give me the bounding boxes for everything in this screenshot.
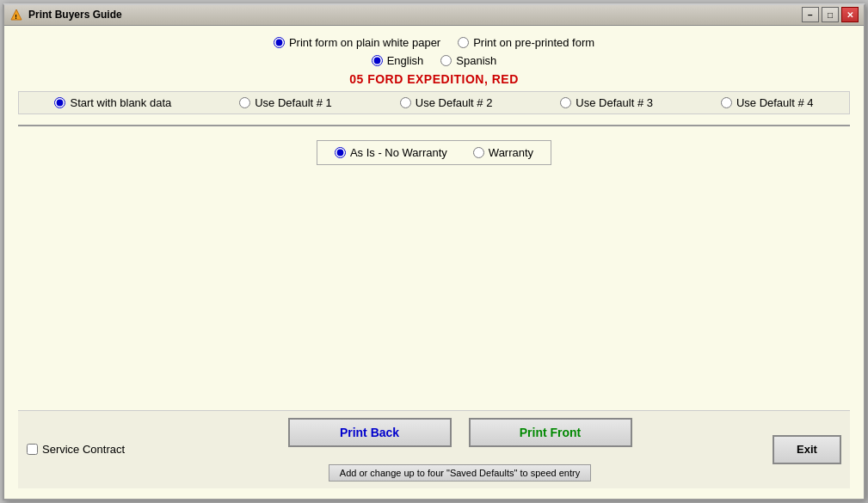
- close-button[interactable]: ✕: [841, 7, 859, 22]
- print-back-button[interactable]: Print Back: [288, 418, 452, 447]
- no-warranty-option[interactable]: As Is - No Warranty: [335, 146, 447, 159]
- no-warranty-radio[interactable]: [335, 147, 346, 158]
- default4-radio[interactable]: [721, 97, 732, 108]
- blank-data-radio[interactable]: [54, 97, 65, 108]
- service-contract-area: Service Contract: [27, 443, 147, 456]
- main-window: ! Print Buyers Guide − □ ✕ Print form on…: [3, 3, 865, 500]
- pre-printed-label: Print on pre-printed form: [473, 36, 594, 49]
- english-option[interactable]: English: [372, 54, 424, 67]
- service-contract-checkbox[interactable]: [27, 444, 38, 455]
- default4-label: Use Default # 4: [736, 96, 814, 109]
- default3-option[interactable]: Use Default # 3: [560, 96, 653, 109]
- pre-printed-option[interactable]: Print on pre-printed form: [458, 36, 594, 49]
- main-area: [18, 165, 850, 410]
- svg-text:!: !: [15, 13, 17, 21]
- default1-option[interactable]: Use Default # 1: [239, 96, 332, 109]
- bottom-bar: Service Contract Print Back Print Front …: [18, 410, 850, 488]
- restore-button[interactable]: □: [822, 7, 839, 22]
- spanish-label: Spanish: [456, 54, 496, 67]
- warranty-box: As Is - No Warranty Warranty: [317, 140, 551, 165]
- service-contract-label: Service Contract: [42, 443, 125, 456]
- window-controls: − □ ✕: [802, 7, 859, 22]
- plain-white-radio[interactable]: [274, 37, 285, 48]
- section-divider: [18, 125, 850, 126]
- window-title: Print Buyers Guide: [28, 9, 802, 21]
- language-options: English Spanish: [372, 54, 497, 67]
- english-label: English: [387, 54, 424, 67]
- vehicle-label: 05 FORD EXPEDITION, RED: [349, 72, 519, 86]
- default3-radio[interactable]: [560, 97, 571, 108]
- warranty-radio[interactable]: [473, 147, 484, 158]
- minimize-button[interactable]: −: [802, 7, 819, 22]
- hint-button[interactable]: Add or change up to four "Saved Defaults…: [329, 464, 591, 482]
- warranty-option[interactable]: Warranty: [473, 146, 533, 159]
- default2-label: Use Default # 2: [416, 96, 493, 109]
- defaults-row: Start with blank data Use Default # 1 Us…: [18, 91, 850, 114]
- print-buttons-row: Print Back Print Front: [288, 418, 632, 447]
- default2-option[interactable]: Use Default # 2: [400, 96, 493, 109]
- spanish-radio[interactable]: [440, 55, 452, 66]
- warranty-label: Warranty: [489, 146, 533, 159]
- bottom-buttons: Print Back Print Front Add or change up …: [156, 418, 764, 482]
- default4-option[interactable]: Use Default # 4: [721, 96, 814, 109]
- default2-radio[interactable]: [400, 97, 411, 108]
- title-bar: ! Print Buyers Guide − □ ✕: [4, 5, 864, 26]
- exit-button[interactable]: Exit: [773, 435, 841, 464]
- no-warranty-label: As Is - No Warranty: [350, 146, 447, 159]
- content-area: Print form on plain white paper Print on…: [4, 26, 864, 499]
- english-radio[interactable]: [372, 55, 383, 66]
- default1-radio[interactable]: [239, 97, 250, 108]
- default1-label: Use Default # 1: [255, 96, 332, 109]
- plain-white-label: Print form on plain white paper: [289, 36, 440, 49]
- plain-white-option[interactable]: Print form on plain white paper: [274, 36, 440, 49]
- window-icon: !: [9, 8, 23, 21]
- blank-data-option[interactable]: Start with blank data: [54, 96, 171, 109]
- top-section: Print form on plain white paper Print on…: [18, 36, 850, 121]
- print-form-options: Print form on plain white paper Print on…: [274, 36, 594, 49]
- default3-label: Use Default # 3: [576, 96, 653, 109]
- print-front-button[interactable]: Print Front: [469, 418, 632, 447]
- spanish-option[interactable]: Spanish: [440, 54, 496, 67]
- blank-data-label: Start with blank data: [70, 96, 171, 109]
- pre-printed-radio[interactable]: [458, 37, 469, 48]
- warranty-section: As Is - No Warranty Warranty: [18, 140, 850, 165]
